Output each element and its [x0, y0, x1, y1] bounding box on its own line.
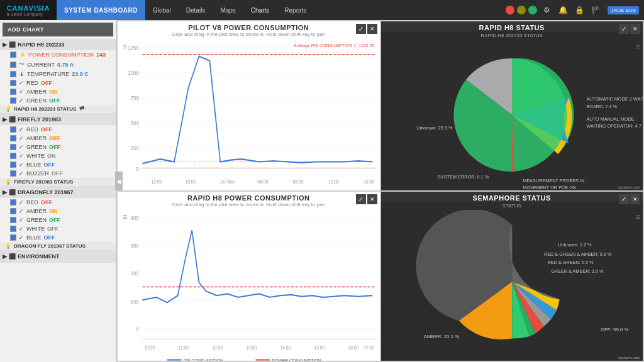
- checkbox-df-red[interactable]: [10, 199, 16, 206]
- expand-semaphore-button[interactable]: ⤢: [619, 194, 629, 204]
- checkbox-amber[interactable]: [10, 89, 16, 95]
- chart-title-pilot: PILOT V8 POWER CONSUMPTION: [172, 24, 325, 31]
- checkbox-green[interactable]: [10, 97, 16, 104]
- df-red-value: OFF: [41, 199, 52, 206]
- sidebar-item-rapid-status[interactable]: 💡 RAPID H8 202233 STATUS 🏴: [0, 105, 116, 113]
- chart-body-rapid-power[interactable]: 400 300 200 100 0 10:00 11:00 12:00 13:0…: [118, 209, 380, 361]
- nav-item-details[interactable]: Details: [179, 0, 213, 20]
- ff-amber-icon: ✓: [19, 135, 24, 141]
- svg-text:POWER CONSUMPTION: POWER CONSUMPTION: [272, 358, 321, 361]
- chart-subtitle-rapid-power: Click and drag in the plot area to zoom …: [172, 202, 325, 209]
- checkbox-current[interactable]: [10, 62, 16, 68]
- svg-text:10:00: 10:00: [144, 344, 155, 351]
- checkbox-df-white[interactable]: [10, 226, 16, 232]
- lock-icon[interactable]: 🔒: [572, 3, 586, 17]
- ff-green-value: OFF: [49, 144, 60, 150]
- svg-text:AUTO MANUAL MODE: AUTO MANUAL MODE: [586, 116, 634, 122]
- chart-menu-semaphore[interactable]: ≡: [636, 212, 640, 221]
- sidebar-item-df-status[interactable]: 💡 DRAGON FLY 201967 STATUS: [0, 242, 116, 250]
- svg-text:500: 500: [131, 119, 139, 126]
- expand-rapid-power-button[interactable]: ⤢: [356, 194, 366, 204]
- status-dot-green: [528, 6, 537, 14]
- expand-pilot-button[interactable]: ⤢: [356, 24, 366, 34]
- chart-menu-rapid-power[interactable]: ≡: [123, 212, 127, 221]
- chart-subtitle-pilot: Click and drag in the plot area to zoom …: [172, 31, 325, 38]
- sidebar-collapse-arrow[interactable]: ◀: [115, 172, 123, 190]
- flag-icon[interactable]: 🏴: [589, 3, 602, 17]
- svg-text:13:00: 13:00: [246, 344, 257, 351]
- pilot-v8-svg: 1250 1000 750 500 250 0 12:00 1: [118, 38, 380, 190]
- add-chart-button[interactable]: ADD CHART: [3, 23, 113, 36]
- chart-header-rapid-status: RAPID H8 STATUS ⤢ ✕: [381, 21, 643, 31]
- sidebar-item-df-red: ✓ RED OFF: [0, 198, 116, 207]
- checkbox-df-green[interactable]: [10, 217, 16, 223]
- svg-text:250: 250: [131, 145, 139, 151]
- item-label: TEMPERATURE: [27, 71, 69, 77]
- checkbox-ff-buzzer[interactable]: [10, 170, 16, 177]
- sidebar-item-ff-white: ✓ WHITE ON: [0, 151, 116, 160]
- svg-text:0: 0: [136, 165, 138, 172]
- group-label: ENVIRONMENT: [18, 253, 60, 260]
- sidebar-item-ff-amber: ✓ AMBER OFF: [0, 134, 116, 143]
- chart-body-pilot[interactable]: Average PW CONSUMPTION 1: 1132.35 1250 1…: [118, 38, 380, 190]
- nav-item-maps[interactable]: Maps: [213, 0, 243, 20]
- group-label: RAPID H8 202233: [18, 41, 65, 48]
- item-label: BLUE: [26, 162, 42, 168]
- sidebar-group-dragonfly: ▶ ⬛ DRAGONFLY 201967 ✓ RED OFF ✓ AMBER O…: [0, 187, 116, 251]
- sidebar-group-header-rapid-h8[interactable]: ▶ ⬛ RAPID H8 202233: [0, 39, 116, 50]
- sidebar-group-firefly: ▶ ⬛ FIREFLY 201983 ✓ RED OFF ✓ AMBER OFF…: [0, 114, 116, 187]
- svg-text:17:00: 17:00: [364, 344, 374, 351]
- close-rapid-power-button[interactable]: ✕: [367, 194, 377, 204]
- close-semaphore-button[interactable]: ✕: [630, 194, 640, 204]
- svg-text:12:00: 12:00: [328, 178, 339, 185]
- sidebar-group-header-firefly[interactable]: ▶ ⬛ FIREFLY 201983: [0, 114, 116, 125]
- red-value: OFF: [41, 80, 52, 86]
- chart-body-semaphore: ≡: [381, 210, 643, 361]
- checkbox-power[interactable]: [10, 52, 16, 58]
- svg-text:300: 300: [131, 242, 139, 249]
- svg-text:14:00: 14:00: [280, 344, 291, 351]
- sidebar-item-ff-status[interactable]: 💡 FIREFLY 201983 STATUS: [0, 178, 116, 186]
- chart-panel-rapid-power: RAPID H8 POWER CONSUMPTION Click and dra…: [118, 192, 380, 361]
- chart-controls-semaphore: ⤢ ✕: [619, 194, 640, 204]
- sidebar-group-header-dragonfly[interactable]: ▶ ⬛ DRAGONFLY 201967: [0, 187, 116, 198]
- bell-icon[interactable]: 🔔: [556, 3, 570, 17]
- chart-menu-rapid-status[interactable]: ≡: [636, 42, 640, 51]
- settings-icon[interactable]: ⚙: [540, 3, 553, 17]
- checkbox-ff-green[interactable]: [10, 144, 16, 150]
- sidebar-group-header-environment[interactable]: ▶ ⬛ ENVIRONMENT: [0, 251, 116, 262]
- item-label: RED: [26, 80, 38, 86]
- checkbox-temp[interactable]: [10, 71, 16, 77]
- nav-item-charts[interactable]: Charts: [243, 0, 277, 20]
- rapid-power-svg: 400 300 200 100 0 10:00 11:00 12:00 13:0…: [118, 209, 380, 361]
- svg-text:Unknown: 29.3 %: Unknown: 29.3 %: [416, 125, 453, 131]
- nav-item-global[interactable]: Global: [145, 0, 179, 20]
- group-label: FIREFLY 201983: [18, 116, 61, 123]
- checkbox-red[interactable]: [10, 80, 16, 86]
- group-icon: ⬛: [9, 41, 16, 48]
- svg-text:Unknown: 1.2 %: Unknown: 1.2 %: [558, 242, 592, 248]
- chart-panel-pilot-v8: PILOT V8 POWER CONSUMPTION Click and dra…: [118, 21, 380, 190]
- current-value: 0.75 A: [57, 62, 74, 68]
- status-dot-olive: [517, 6, 526, 14]
- close-pilot-button[interactable]: ✕: [367, 24, 377, 34]
- checkbox-df-amber[interactable]: [10, 208, 16, 214]
- ff-amber-value: OFF: [49, 135, 60, 141]
- chart-controls-pilot: ⤢ ✕: [356, 24, 377, 34]
- nav-item-reports[interactable]: Reports: [277, 0, 314, 20]
- chart-menu-pilot[interactable]: ≡: [123, 42, 127, 51]
- item-label: AMBER: [26, 89, 47, 95]
- close-rapid-status-button[interactable]: ✕: [630, 24, 640, 34]
- rigcharts-label-semaphore: rigcharts.com: [618, 356, 640, 359]
- item-label: BLUE: [26, 234, 42, 241]
- expand-rapid-status-button[interactable]: ⤢: [619, 24, 629, 34]
- svg-text:12:00: 12:00: [212, 344, 223, 351]
- checkbox-df-blue[interactable]: [10, 234, 16, 241]
- sidebar-item-red: ✓ RED OFF: [0, 79, 116, 87]
- checkbox-ff-blue[interactable]: [10, 162, 16, 168]
- checkbox-ff-white[interactable]: [10, 153, 16, 159]
- checkbox-ff-amber[interactable]: [10, 135, 16, 141]
- checkbox-ff-red[interactable]: [10, 126, 16, 133]
- svg-text:AUTOMATIC MODE 2 WAITING: AUTOMATIC MODE 2 WAITING: [586, 96, 643, 102]
- sidebar-group-rapid-h8: ▶ ⬛ RAPID H8 202233 ⚡ POWER CONSUMPTION …: [0, 39, 116, 114]
